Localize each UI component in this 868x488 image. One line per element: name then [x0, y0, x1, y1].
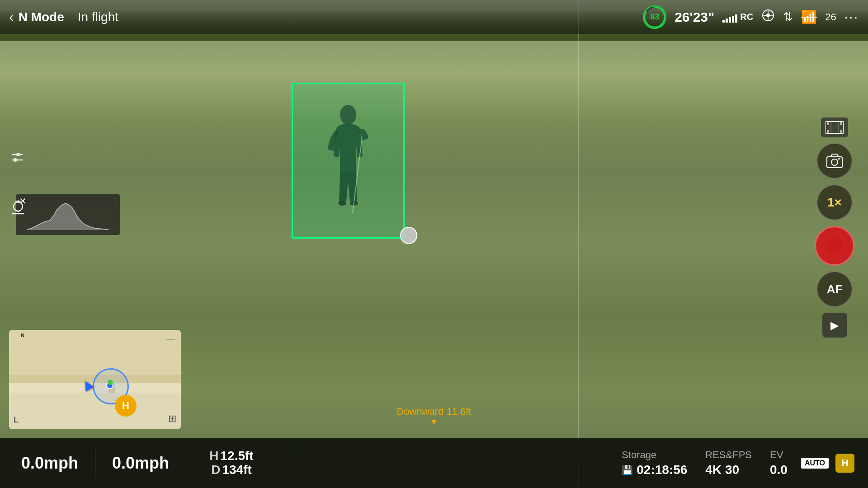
filmstrip-button[interactable]: [821, 117, 848, 137]
map-compass: N: [21, 333, 24, 338]
res-fps-label: RES&FPS: [705, 449, 752, 461]
map-grid-button[interactable]: ⊞: [168, 413, 176, 425]
svg-rect-18: [827, 122, 829, 125]
svg-rect-19: [827, 130, 829, 133]
filmstrip-icon-svg: [826, 121, 844, 134]
divider-1: [95, 450, 95, 477]
top-bar: ‹ N Mode In flight 83 26'23" RC: [0, 0, 868, 34]
svg-rect-20: [840, 122, 842, 125]
signal-bars: [722, 12, 737, 23]
signal-bar-3: [729, 17, 731, 23]
zoom-button[interactable]: 1×: [816, 184, 853, 221]
left-controls: [9, 149, 25, 169]
height-value: H12.5ft: [209, 449, 253, 463]
back-button[interactable]: ‹: [9, 9, 14, 25]
battery-ring-svg: [643, 5, 666, 29]
downward-text: Downward 11.6ft: [396, 406, 471, 418]
speed1-value: 0.0mph: [21, 454, 78, 472]
downward-indicator: Downward 11.6ft ▼: [396, 406, 471, 427]
svg-rect-21: [840, 130, 842, 133]
signal-bar-5: [735, 14, 737, 23]
sliders-icon-svg: [9, 149, 25, 165]
rc-label: RC: [740, 12, 753, 22]
distance-val: 134ft: [222, 463, 251, 477]
ev-value: 0.0: [770, 463, 788, 477]
flight-time: 26'23": [675, 9, 714, 25]
updown-icon: ⇅: [783, 10, 793, 24]
flight-status: In flight: [78, 10, 118, 24]
mode-label: N Mode: [19, 10, 64, 24]
play-icon: ▶: [830, 319, 839, 332]
speed2-value: 0.0mph: [112, 454, 169, 472]
mode-switch-button[interactable]: [816, 143, 853, 179]
wifi-icon: 📶: [801, 9, 817, 24]
height-val: 12.5ft: [221, 449, 254, 463]
histogram-panel: ✕: [16, 194, 120, 235]
satellite-icon-svg: [761, 9, 775, 22]
land-icon-svg: [9, 197, 27, 215]
height-distance-stat: H12.5ft D134ft: [195, 449, 268, 477]
svg-rect-26: [838, 158, 840, 160]
gps-icon: [761, 9, 775, 25]
svg-point-13: [14, 158, 17, 162]
storage-label: Storage: [622, 449, 656, 461]
auto-badge: AUTO: [801, 458, 829, 469]
signal-bar-4: [732, 16, 734, 23]
af-button[interactable]: AF: [816, 271, 853, 307]
h-badge: H: [835, 454, 854, 473]
tracking-drag-handle[interactable]: [400, 227, 417, 244]
histogram-canvas: [27, 199, 108, 230]
home-marker: H: [115, 395, 137, 417]
speed2-stat: 0.0mph: [104, 454, 177, 472]
ev-label: EV: [770, 449, 783, 461]
more-button[interactable]: ···: [844, 10, 859, 24]
histogram-svg: [27, 199, 108, 230]
distance-label: D: [211, 463, 220, 477]
signal-area: RC: [722, 12, 753, 23]
res-fps-value: 4K 30: [705, 463, 739, 477]
mini-map-minimize-button[interactable]: —: [166, 333, 175, 344]
mode-switch-icon-svg: [824, 150, 845, 171]
res-fps-section: RES&FPS 4K 30: [705, 449, 752, 477]
downward-arrow: ▼: [430, 418, 438, 427]
height-label: H: [209, 449, 218, 463]
top-bar-right: 83 26'23" RC ⇅ �: [643, 5, 859, 29]
right-controls: 1× AF ▶: [815, 117, 854, 338]
storage-time: 02:18:56: [637, 463, 687, 477]
map-l-button[interactable]: L: [14, 415, 19, 425]
record-button[interactable]: [815, 226, 854, 266]
storage-icon: 💾: [622, 465, 633, 475]
ev-section: EV 0.0: [770, 449, 788, 477]
mini-map[interactable]: N — ▲ H ⊞ L: [9, 330, 181, 429]
speed1-stat: 0.0mph: [14, 454, 86, 472]
gps-count: 26: [825, 11, 836, 23]
playback-button[interactable]: ▶: [822, 313, 847, 338]
signal-bar-2: [726, 19, 728, 23]
bottom-bar: 0.0mph 0.0mph H12.5ft D134ft Storage 💾 0…: [0, 438, 868, 488]
map-area-top: [9, 330, 181, 375]
record-dot: [826, 238, 843, 254]
land-button[interactable]: [9, 197, 27, 218]
distance-value: D134ft: [211, 463, 252, 477]
storage-section: Storage 💾 02:18:56: [622, 449, 687, 477]
signal-bar-1: [722, 20, 725, 23]
battery-circle: 83: [643, 5, 666, 29]
svg-point-11: [16, 153, 20, 156]
map-area-bottom: [9, 393, 181, 429]
divider-2: [186, 450, 186, 477]
adjust-icon[interactable]: [9, 149, 25, 169]
zoom-label: 1×: [827, 195, 842, 210]
svg-point-25: [831, 159, 838, 165]
green-dot: [108, 380, 113, 385]
af-label: AF: [827, 282, 843, 296]
battery-indicator: 83: [643, 5, 666, 29]
storage-row: 💾 02:18:56: [622, 463, 687, 477]
